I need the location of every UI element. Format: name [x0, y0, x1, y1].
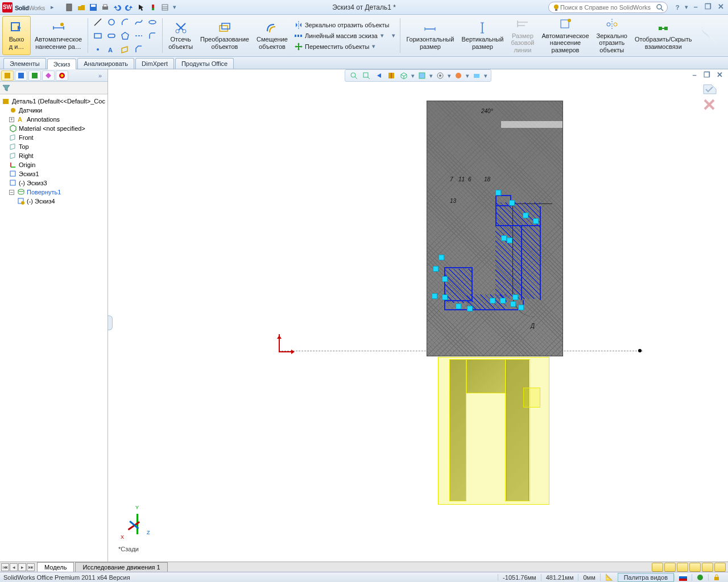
tree-front-plane[interactable]: Front: [1, 133, 106, 142]
mirror-entities-button[interactable]: Зеркально отразить объекты: [294, 20, 389, 30]
hide-show-icon[interactable]: [435, 70, 445, 81]
dropdown-icon[interactable]: ▾: [685, 2, 688, 13]
convert-entities-button[interactable]: Преобразование объектов: [197, 16, 253, 55]
collapse-icon[interactable]: –: [9, 190, 14, 195]
tree-annotations[interactable]: +AAnnotations: [1, 115, 106, 124]
panel-collapse-icon[interactable]: »: [94, 70, 106, 81]
new-doc-icon[interactable]: [64, 2, 75, 13]
task-explorer-icon[interactable]: [677, 563, 688, 572]
search-icon[interactable]: [656, 3, 664, 11]
status-unit-system-icon[interactable]: 📐: [600, 573, 618, 581]
text-tool-icon[interactable]: A: [105, 43, 118, 56]
baseline-dim-button[interactable]: Размер базовой линии: [507, 16, 537, 55]
tab-dimxpert[interactable]: DimXpert: [135, 58, 174, 69]
undo-icon[interactable]: [112, 2, 122, 13]
fillet-tool-icon[interactable]: [146, 30, 159, 42]
status-rebuild-icon[interactable]: [692, 574, 708, 581]
exit-sketch-button[interactable]: Выхо д и…: [2, 16, 31, 55]
tree-sensors[interactable]: Датчики: [1, 106, 106, 115]
search-input[interactable]: [560, 4, 656, 11]
save-icon[interactable]: [88, 2, 98, 13]
doc-maximize-button[interactable]: ❐: [702, 70, 712, 80]
tab-office[interactable]: Продукты Office: [175, 58, 234, 69]
auto-size-button[interactable]: Автоматическое нанесение размеров: [538, 16, 592, 55]
line-tool-icon[interactable]: [92, 16, 104, 28]
display-style-icon[interactable]: [417, 70, 427, 81]
tree-material[interactable]: Material <not specified>: [1, 124, 106, 133]
zoom-fit-icon[interactable]: [349, 70, 359, 81]
polygon-tool-icon[interactable]: [119, 30, 131, 42]
tree-root[interactable]: Деталь1 (Default<<Default>_Сос: [1, 97, 106, 106]
plane-tool-icon[interactable]: [119, 43, 131, 56]
configuration-manager-tab-icon[interactable]: [28, 70, 41, 81]
open-icon[interactable]: [76, 2, 86, 13]
options-icon[interactable]: [160, 2, 170, 13]
linear-pattern-button[interactable]: Линейный массив эскиза▾: [294, 31, 389, 40]
task-library-icon[interactable]: [664, 563, 676, 572]
arc-tool-icon[interactable]: [119, 16, 131, 28]
tree-right-plane[interactable]: Right: [1, 151, 106, 160]
task-appearances-icon[interactable]: [702, 563, 713, 572]
display-manager-tab-icon[interactable]: [56, 70, 68, 81]
help-icon[interactable]: ?: [672, 2, 682, 13]
ellipse-tool-icon[interactable]: [146, 16, 159, 28]
dimxpert-manager-tab-icon[interactable]: [42, 70, 55, 81]
offset-entities-button[interactable]: Смещение объектов: [253, 16, 291, 55]
menu-expand-icon[interactable]: ▸: [47, 2, 57, 13]
nav-next-icon[interactable]: ▸: [18, 563, 26, 571]
view-orientation-icon[interactable]: [399, 70, 409, 81]
nav-prev-icon[interactable]: ◂: [10, 563, 18, 571]
tab-features[interactable]: Элементы: [3, 58, 46, 69]
expand-icon[interactable]: +: [9, 117, 14, 122]
dropdown-icon[interactable]: ▾: [172, 2, 177, 13]
task-custom-props-icon[interactable]: [714, 563, 726, 572]
close-button[interactable]: ✕: [715, 2, 726, 11]
rectangle-tool-icon[interactable]: [92, 30, 104, 42]
horizontal-dim-button[interactable]: Горизонтальный размер: [403, 16, 457, 55]
slot-tool-icon[interactable]: [105, 30, 118, 42]
circle-tool-icon[interactable]: [105, 16, 118, 28]
view-palette-label[interactable]: Палитра видов: [618, 573, 674, 582]
panel-splitter[interactable]: [108, 315, 113, 330]
tree-revolve[interactable]: –Повернуть1: [1, 188, 106, 197]
property-manager-tab-icon[interactable]: [15, 70, 27, 81]
status-lock-icon[interactable]: [708, 574, 725, 581]
tree-top-plane[interactable]: Top: [1, 142, 106, 151]
tab-sketch[interactable]: Эскиз: [47, 59, 76, 69]
feature-manager-tab-icon[interactable]: [1, 70, 14, 81]
select-icon[interactable]: [136, 2, 146, 13]
chamfer-tool-icon[interactable]: [133, 43, 145, 56]
scene-icon[interactable]: [471, 70, 482, 81]
appearance-icon[interactable]: [453, 70, 464, 81]
show-hide-relations-button[interactable]: Отобразить/Скрыть взаимосвязи: [631, 16, 696, 55]
zoom-area-icon[interactable]: [361, 70, 371, 81]
maximize-button[interactable]: ❐: [703, 2, 713, 11]
mirror-entities2-button[interactable]: Зеркально отразить объекты: [593, 16, 631, 55]
tree-origin[interactable]: Origin: [1, 160, 106, 169]
point-tool-icon[interactable]: [92, 43, 104, 56]
trim-button[interactable]: Отсечь объекты: [165, 16, 196, 55]
previous-view-icon[interactable]: [374, 70, 384, 81]
tree-filter[interactable]: [0, 82, 107, 94]
tab-model[interactable]: Модель: [37, 562, 74, 572]
rebuild-icon[interactable]: [148, 2, 158, 13]
auto-dimension-button[interactable]: Автоматическое нанесение ра…: [31, 16, 85, 55]
centerline-tool-icon[interactable]: [133, 30, 145, 42]
spline-tool-icon[interactable]: [133, 16, 145, 28]
tab-motion-study[interactable]: Исследование движения 1: [75, 562, 167, 572]
vertical-dim-button[interactable]: Вертикальный размер: [458, 16, 507, 55]
doc-minimize-button[interactable]: –: [689, 70, 700, 80]
nav-last-icon[interactable]: ⏭: [27, 563, 35, 571]
graphics-area[interactable]: – ❐ ✕ ▾ ▾ ▾ ▾ ▾: [108, 69, 728, 562]
minimize-button[interactable]: –: [690, 2, 701, 11]
status-flag-icon[interactable]: [674, 574, 692, 581]
doc-close-button[interactable]: ✕: [714, 70, 725, 80]
print-icon[interactable]: [100, 2, 110, 13]
tree-sketch4[interactable]: (-) Эскиз4: [1, 197, 106, 206]
tab-evaluate[interactable]: Анализировать: [77, 58, 134, 69]
nav-first-icon[interactable]: ⏮: [1, 563, 9, 571]
section-view-icon[interactable]: [386, 70, 396, 81]
task-home-icon[interactable]: [652, 563, 663, 572]
task-view-palette-icon[interactable]: [689, 563, 701, 572]
help-search[interactable]: [548, 2, 668, 13]
